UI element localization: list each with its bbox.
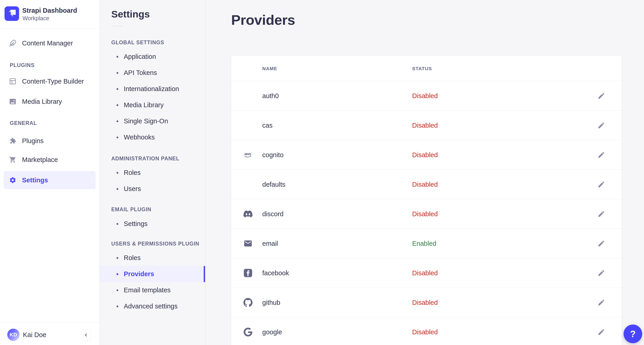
column-header-name: NAME — [262, 56, 277, 81]
bullet-icon — [116, 72, 118, 74]
settings-sidebar-title: Settings — [111, 9, 150, 20]
provider-row-defaults[interactable]: defaults Disabled — [231, 170, 622, 199]
settings-nav-providers[interactable]: Providers — [100, 266, 205, 282]
layout-grid-icon — [9, 78, 16, 85]
edit-provider-button[interactable] — [595, 288, 608, 317]
pencil-icon — [598, 210, 605, 218]
edit-provider-button[interactable] — [595, 140, 608, 170]
settings-section-users-permissions-plugin: USERS & PERMISSIONS PLUGIN — [111, 241, 200, 247]
sidebar-item-label: Marketplace — [22, 156, 58, 164]
main-content: Providers NAME STATUS auth0 Disabled cas… — [206, 0, 644, 345]
settings-nav-advanced-settings[interactable]: Advanced settings — [100, 298, 205, 314]
sidebar-item-plugins[interactable]: Plugins — [4, 132, 96, 150]
table-header-row: NAME STATUS — [231, 56, 622, 81]
strapi-logo — [4, 6, 19, 21]
provider-row-email[interactable]: email Enabled — [231, 229, 622, 258]
user-profile[interactable]: KD Kai Doe — [7, 328, 46, 342]
brand-title: Strapi Dashboard — [22, 7, 77, 14]
bullet-icon — [116, 104, 118, 106]
provider-row-github[interactable]: github Disabled — [231, 288, 622, 317]
settings-section-email-plugin: EMAIL PLUGIN — [111, 206, 151, 212]
bullet-icon — [116, 88, 118, 90]
sidebar-item-settings[interactable]: Settings — [4, 171, 96, 189]
user-name: Kai Doe — [23, 331, 46, 339]
sidebar-item-label: Settings — [22, 176, 48, 184]
settings-nav-admin-users[interactable]: Users — [100, 181, 205, 197]
edit-provider-button[interactable] — [595, 229, 608, 258]
brand[interactable]: Strapi Dashboard Workplace — [0, 0, 99, 29]
collapse-sidebar-button[interactable] — [82, 329, 90, 341]
settings-nav-internationalization[interactable]: Internationalization — [100, 81, 205, 97]
settings-nav-email-settings[interactable]: Settings — [100, 216, 205, 232]
pencil-icon — [598, 240, 605, 247]
sidebar-item-label: Plugins — [22, 137, 44, 145]
bullet-icon — [116, 273, 118, 275]
brand-workspace: Workplace — [22, 15, 49, 22]
settings-sidebar: Settings GLOBAL SETTINGS Application API… — [100, 0, 206, 345]
chevron-left-icon — [84, 332, 88, 338]
sidebar-item-label: Content-Type Builder — [22, 78, 84, 85]
provider-row-facebook[interactable]: facebook Disabled — [231, 258, 622, 288]
puzzle-icon — [9, 137, 16, 144]
main-sidebar: Strapi Dashboard Workplace Content Manag… — [0, 0, 100, 345]
provider-row-cas[interactable]: cas Disabled — [231, 110, 622, 140]
cart-icon — [9, 156, 16, 163]
sidebar-item-label: Media Library — [22, 98, 62, 106]
github-icon — [244, 288, 252, 317]
edit-provider-button[interactable] — [595, 81, 608, 110]
edit-provider-button[interactable] — [595, 317, 608, 345]
settings-nav-api-tokens[interactable]: API Tokens — [100, 65, 205, 81]
sidebar-item-marketplace[interactable]: Marketplace — [4, 150, 96, 169]
pencil-icon — [598, 328, 605, 336]
providers-table: NAME STATUS auth0 Disabled cas Disabled — [231, 56, 622, 345]
sidebar-item-media-library[interactable]: Media Library — [4, 92, 96, 110]
bullet-icon — [116, 223, 118, 225]
settings-nav-media-library[interactable]: Media Library — [100, 97, 205, 113]
help-button[interactable]: ? — [624, 324, 642, 343]
sidebar-footer-divider — [0, 322, 99, 322]
google-icon — [244, 317, 252, 345]
svg-text:aws: aws — [244, 152, 251, 156]
provider-row-auth0[interactable]: auth0 Disabled — [231, 81, 622, 110]
column-header-status: STATUS — [412, 56, 432, 81]
bullet-icon — [116, 306, 118, 307]
settings-nav-application[interactable]: Application — [100, 48, 205, 65]
settings-nav-single-sign-on[interactable]: Single Sign-On — [100, 113, 205, 129]
edit-provider-button[interactable] — [595, 258, 608, 288]
pencil-icon — [598, 180, 605, 188]
edit-provider-button[interactable] — [595, 110, 608, 140]
sidebar-section-general: GENERAL — [10, 120, 37, 126]
bullet-icon — [116, 257, 118, 259]
question-mark-icon: ? — [630, 329, 636, 339]
edit-provider-button[interactable] — [595, 199, 608, 229]
settings-title-divider — [111, 26, 122, 26]
picture-icon — [9, 98, 16, 105]
settings-nav-email-templates[interactable]: Email templates — [100, 282, 205, 298]
settings-nav-admin-roles[interactable]: Roles — [100, 165, 205, 181]
bullet-icon — [116, 56, 118, 58]
provider-row-google[interactable]: google Disabled — [231, 317, 622, 345]
avatar: KD — [7, 329, 20, 341]
facebook-icon — [244, 258, 252, 288]
pencil-icon — [598, 122, 605, 129]
sidebar-item-content-type-builder[interactable]: Content-Type Builder — [4, 72, 96, 90]
pencil-icon — [598, 299, 605, 306]
sidebar-item-content-manager[interactable]: Content Manager — [4, 34, 96, 52]
page-title: Providers — [231, 12, 295, 28]
edit-provider-button[interactable] — [595, 170, 608, 199]
settings-section-global-settings: GLOBAL SETTINGS — [111, 40, 164, 46]
bullet-icon — [116, 289, 118, 291]
discord-icon — [244, 199, 252, 229]
bullet-icon — [116, 120, 118, 122]
bullet-icon — [116, 188, 118, 190]
pencil-icon — [598, 92, 605, 100]
provider-row-cognito[interactable]: aws cognito Disabled — [231, 140, 622, 170]
settings-section-administration-panel: ADMINISTRATION PANEL — [111, 156, 180, 162]
settings-nav-webhooks[interactable]: Webhooks — [100, 129, 205, 145]
bullet-icon — [116, 172, 118, 174]
bullet-icon — [116, 136, 118, 138]
feather-pen-icon — [9, 40, 16, 47]
sidebar-section-plugins: PLUGINS — [10, 62, 34, 68]
provider-row-discord[interactable]: discord Disabled — [231, 199, 622, 229]
settings-nav-up-roles[interactable]: Roles — [100, 250, 205, 266]
